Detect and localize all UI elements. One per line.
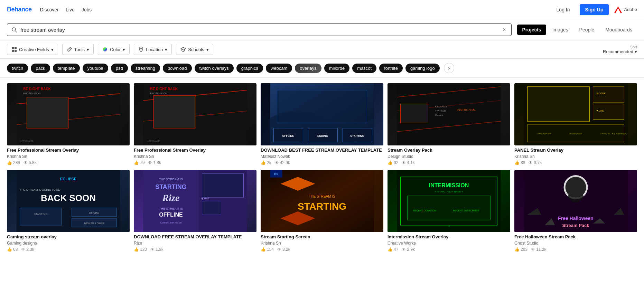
tab-projects[interactable]: Projects — [517, 25, 546, 35]
svg-text:THE STREAM IS: THE STREAM IS — [159, 207, 183, 210]
tag-gaming-logo[interactable]: gaming logo — [405, 64, 440, 73]
view-icon: 👁 — [402, 160, 406, 165]
tag-overlays[interactable]: overlays — [295, 64, 321, 73]
tag-twitch[interactable]: twitch — [7, 64, 28, 73]
svg-rect-80 — [528, 87, 590, 121]
svg-text:BE RIGHT BACK: BE RIGHT BACK — [24, 87, 51, 91]
svg-text:RECENT SUBSCRIBER: RECENT SUBSCRIBER — [453, 209, 479, 212]
login-button[interactable]: Log In — [552, 5, 574, 15]
nav-live[interactable]: Live — [66, 7, 75, 12]
schools-icon — [180, 47, 186, 52]
tab-images[interactable]: Images — [548, 25, 573, 35]
creative-fields-icon — [11, 47, 17, 52]
svg-text:STARTING: STARTING — [298, 201, 346, 212]
svg-text:KILLCAMS: KILLCAMS — [435, 105, 447, 108]
tab-moodboards[interactable]: Moodboards — [600, 25, 637, 35]
project-stats: 👍203 👁11.2k — [514, 247, 637, 252]
view-count: 42.9k — [280, 160, 290, 165]
view-icon: 👁 — [277, 247, 281, 252]
search-input[interactable] — [20, 27, 498, 33]
gallery-item[interactable]: THE STREAM IS STARTING Ps Stream Startin… — [261, 170, 383, 253]
gallery-item[interactable]: ECLIPSE THE STREAM IS GOING TO BE BACK S… — [7, 170, 130, 253]
creative-fields-filter[interactable]: Creative Fields ▾ — [7, 44, 58, 55]
tag-graphics[interactable]: graphics — [236, 64, 263, 73]
svg-point-7 — [103, 47, 107, 51]
gallery-item-meta: PANEL Stream Overlay Krishna Sn 👍88 👁3.7… — [514, 145, 637, 166]
view-icon: 👁 — [275, 160, 279, 165]
svg-text:ENDING SOON: ENDING SOON — [24, 92, 41, 95]
like-count: 68 — [13, 247, 18, 252]
tags-row: twitch pack template youtube psd streami… — [0, 59, 644, 78]
svg-text:THE STREAM IS: THE STREAM IS — [309, 194, 335, 198]
svg-text:THE STREAM IS GOING TO BE: THE STREAM IS GOING TO BE — [20, 188, 60, 191]
like-icon: 👍 — [388, 160, 393, 165]
svg-text:Stream Pack: Stream Pack — [562, 223, 589, 228]
header-right: Log In Sign Up Adobe — [552, 4, 637, 15]
tag-miilorde[interactable]: miilorde — [324, 64, 350, 73]
color-filter[interactable]: Color ▾ — [98, 44, 130, 55]
gallery-item[interactable]: OFFLINE ENDING STARTING DOWNLOAD BEST FR… — [261, 83, 383, 166]
svg-rect-29 — [154, 95, 195, 128]
project-stats: 👍154 👁8.2k — [261, 247, 383, 252]
gallery-item-meta: Gaming stream overlay Gaming designs 👍68… — [7, 232, 130, 253]
project-stats: 👍92 👁4.1k — [388, 160, 510, 165]
project-stats: 👍88 👁3.7k — [514, 160, 637, 165]
gallery-item[interactable]: BE RIGHT BACK ENDING SOON USERNAME Free … — [7, 83, 130, 166]
gallery-item[interactable]: KILLCAMS TWITTER RULES INSTRGRAM Stream … — [388, 83, 510, 166]
tools-filter[interactable]: Tools ▾ — [62, 44, 94, 55]
sort-value[interactable]: Recommended ▾ — [603, 49, 637, 54]
gallery-item-meta: Free Halloween Stream Pack Ghost Studio … — [514, 232, 637, 253]
svg-text:INSTRGRAM: INSTRGRAM — [457, 108, 476, 112]
gallery-item[interactable]: BE RIGHT BACK ENDING SOON USERNAME Free … — [134, 83, 256, 166]
signup-button[interactable]: Sign Up — [580, 4, 609, 15]
view-count: 3.7k — [534, 160, 542, 165]
search-icon — [11, 27, 17, 32]
tag-psd[interactable]: psd — [111, 64, 128, 73]
project-author: Gaming designs — [7, 241, 130, 246]
tag-pack[interactable]: pack — [31, 64, 50, 73]
gallery-item[interactable]: THE STREAM IS STARTING CHAT Rize THE STR… — [134, 170, 256, 253]
clear-search-button[interactable]: × — [501, 27, 507, 33]
schools-filter[interactable]: Schools ▾ — [176, 44, 213, 55]
project-stats: 👍120 👁1.9k — [134, 247, 256, 252]
svg-text:OFFLINE: OFFLINE — [89, 212, 100, 214]
view-count: 8.2k — [282, 247, 290, 252]
gallery-item[interactable]: INTERMISSION × IS THAT YOUR NAME × RECEN… — [388, 170, 510, 253]
tag-streaming[interactable]: streaming — [131, 64, 160, 73]
svg-point-8 — [140, 48, 142, 49]
project-author: Krishna Sn — [261, 241, 383, 246]
tag-download[interactable]: download — [163, 64, 192, 73]
view-icon: 👁 — [402, 247, 406, 252]
nav-jobs[interactable]: Jobs — [82, 7, 92, 12]
project-author: Krishna Sn — [134, 154, 256, 159]
gallery-item-meta: Free Professional Stream Overlay Krishna… — [134, 145, 256, 166]
behance-logo[interactable]: Behance — [7, 6, 32, 13]
svg-text:RULES: RULES — [435, 114, 444, 116]
project-title: Gaming stream overlay — [7, 234, 130, 240]
svg-rect-66 — [401, 104, 428, 123]
creative-fields-arrow: ▾ — [51, 47, 54, 52]
tag-fortnite[interactable]: fortnite — [379, 64, 403, 73]
nav-discover[interactable]: Discover — [40, 7, 59, 12]
gallery-item[interactable]: Free Halloween Stream Pack Free Hallowee… — [514, 170, 637, 253]
view-icon: 👁 — [150, 247, 155, 252]
tags-next-button[interactable]: › — [444, 63, 454, 73]
tab-people[interactable]: People — [575, 25, 599, 35]
svg-rect-53 — [277, 90, 367, 123]
tag-twitch-overlays[interactable]: twitch overlays — [195, 64, 234, 73]
svg-text:Free Halloween: Free Halloween — [558, 216, 594, 221]
project-title: Intermission Stream Overlay — [388, 234, 510, 240]
like-icon: 👍 — [514, 160, 520, 165]
project-stats: 👍79 👁1.8k — [134, 160, 256, 165]
svg-rect-4 — [12, 50, 14, 52]
view-count: 1.8k — [153, 160, 161, 165]
tag-webcam[interactable]: webcam — [266, 64, 292, 73]
gallery-item[interactable]: $ DONA ♥ LIKE FUSENAME FUSENAME CREATED … — [514, 83, 637, 166]
svg-rect-12 — [27, 97, 68, 128]
project-author: Mateusz Nowak — [261, 154, 383, 159]
tools-label: Tools — [74, 47, 85, 52]
tag-template[interactable]: template — [53, 64, 80, 73]
tag-mascot[interactable]: mascot — [352, 64, 376, 73]
tag-youtube[interactable]: youtube — [83, 64, 108, 73]
location-filter[interactable]: Location ▾ — [134, 44, 172, 55]
